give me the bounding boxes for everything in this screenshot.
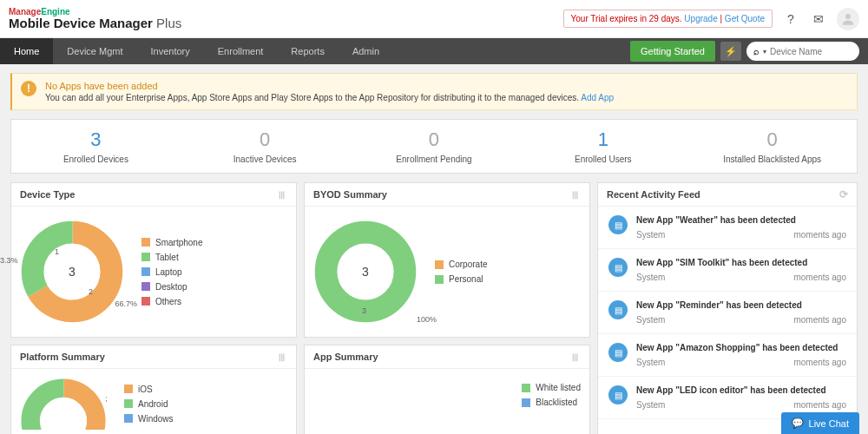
swatch bbox=[522, 398, 530, 407]
chat-icon: 💬 bbox=[792, 418, 804, 429]
stat-enrollment-pending[interactable]: 0Enrollment Pending bbox=[350, 120, 519, 173]
nav-device-mgmt[interactable]: Device Mgmt bbox=[53, 38, 136, 64]
device-type-chart: 3 33.3% 66.7% 1 2 bbox=[20, 220, 124, 324]
legend: Corporate Personal bbox=[435, 260, 487, 284]
live-chat-button[interactable]: 💬 Live Chat bbox=[781, 412, 859, 434]
nav-enrollment[interactable]: Enrollment bbox=[204, 38, 278, 64]
legend-item[interactable]: Smartphone bbox=[141, 238, 202, 247]
legend-item[interactable]: Desktop bbox=[141, 282, 202, 292]
nav-inventory[interactable]: Inventory bbox=[137, 38, 204, 64]
main-nav: Home Device Mgmt Inventory Enrollment Re… bbox=[0, 38, 868, 64]
swatch bbox=[124, 385, 133, 393]
panel-byod-summary: BYOD Summary⫼ 3 100% 3 Corporate Persona… bbox=[304, 182, 590, 338]
swatch bbox=[435, 260, 444, 269]
avatar[interactable] bbox=[837, 8, 859, 30]
product-name: Mobile Device Manager bbox=[9, 16, 153, 30]
chart-toggle-icon[interactable]: ⫼ bbox=[277, 188, 287, 201]
seg-label: 66.7% bbox=[115, 299, 137, 308]
feed-item[interactable]: ▤New App "SIM Toolkit" has been detected… bbox=[598, 249, 857, 292]
swatch bbox=[141, 238, 150, 247]
refresh-icon[interactable]: ⟳ bbox=[839, 188, 848, 201]
top-bar: ManageEngine Mobile Device Manager Plus … bbox=[0, 0, 868, 38]
feed-item[interactable]: ▤New App "Weather" has been detectedSyst… bbox=[598, 207, 857, 249]
legend-item[interactable]: Android bbox=[124, 399, 174, 409]
nav-admin[interactable]: Admin bbox=[339, 38, 393, 64]
stat-enrolled-users[interactable]: 1Enrolled Users bbox=[518, 120, 687, 173]
legend-item[interactable]: Others bbox=[141, 297, 202, 306]
legend: White listed Blacklisted bbox=[522, 383, 581, 407]
swatch bbox=[141, 282, 150, 291]
app-icon: ▤ bbox=[608, 385, 628, 404]
add-app-link[interactable]: Add App bbox=[581, 93, 614, 102]
nav-home[interactable]: Home bbox=[0, 38, 53, 64]
notice-body: You can add all your Enterprise Apps, Ap… bbox=[45, 93, 579, 102]
getting-started-button[interactable]: Getting Started bbox=[630, 41, 715, 62]
platform-chart: 33.3% bbox=[20, 378, 107, 430]
legend: Smartphone Tablet Laptop Desktop Others bbox=[141, 238, 202, 306]
get-quote-link[interactable]: Get Quote bbox=[725, 14, 765, 23]
panel-app-summary: App Summary⫼ White listed Blacklisted bbox=[304, 345, 590, 434]
swatch bbox=[522, 384, 530, 392]
feed-item[interactable]: ▤New App "Reminder" has been detectedSys… bbox=[598, 292, 857, 334]
swatch bbox=[141, 253, 150, 261]
panel-activity-feed: Recent Activity Feed⟳ ▤New App "Weather"… bbox=[597, 182, 858, 434]
legend: iOS Android Windows bbox=[124, 385, 174, 424]
legend-item[interactable]: iOS bbox=[124, 385, 174, 394]
mail-icon[interactable]: ✉ bbox=[809, 10, 828, 29]
feed-list: ▤New App "Weather" has been detectedSyst… bbox=[598, 207, 857, 419]
seg-num: 2 bbox=[89, 287, 93, 296]
product-suffix: Plus bbox=[156, 16, 181, 30]
chevron-down-icon[interactable]: ▾ bbox=[763, 48, 766, 56]
app-icon: ▤ bbox=[608, 343, 628, 362]
stat-enrolled-devices[interactable]: 3Enrolled Devices bbox=[11, 120, 181, 173]
chart-toggle-icon[interactable]: ⫼ bbox=[277, 351, 287, 363]
trial-text: Your Trial expires in 29 days. bbox=[571, 14, 682, 23]
nav-reports[interactable]: Reports bbox=[277, 38, 339, 64]
bolt-icon[interactable]: ⚡ bbox=[720, 42, 741, 61]
seg-label: 33.3% bbox=[105, 395, 107, 404]
legend-item[interactable]: Corporate bbox=[435, 260, 487, 269]
seg-label: 100% bbox=[417, 315, 437, 324]
chart-toggle-icon[interactable]: ⫼ bbox=[570, 351, 581, 363]
brand: ManageEngine Mobile Device Manager Plus bbox=[9, 7, 181, 31]
swatch bbox=[124, 399, 133, 408]
chart-toggle-icon[interactable]: ⫼ bbox=[570, 188, 581, 201]
upgrade-link[interactable]: Upgrade bbox=[684, 14, 717, 23]
swatch bbox=[435, 275, 444, 284]
stat-blacklisted-apps[interactable]: 0Installed Blacklisted Apps bbox=[687, 120, 857, 173]
seg-num: 3 bbox=[362, 306, 366, 315]
seg-label: 33.3% bbox=[0, 256, 18, 265]
panel-device-type: Device Type⫼ 3 33.3% 66.7% 1 2 Smartphon… bbox=[10, 182, 297, 338]
legend-item[interactable]: Windows bbox=[124, 414, 174, 424]
search-input[interactable] bbox=[770, 47, 839, 56]
panel-platform-summary: Platform Summary⫼ 33.3% iOS Android Wind… bbox=[10, 345, 297, 434]
panel-title: BYOD Summary bbox=[313, 189, 387, 200]
swatch bbox=[124, 414, 133, 423]
byod-chart: 3 100% 3 bbox=[313, 220, 418, 324]
app-icon: ▤ bbox=[608, 300, 628, 319]
stats-bar: 3Enrolled Devices 0Inactive Devices 0Enr… bbox=[10, 119, 858, 174]
legend-item[interactable]: Laptop bbox=[141, 267, 202, 277]
legend-item[interactable]: White listed bbox=[522, 383, 581, 392]
seg-num: 1 bbox=[55, 247, 59, 256]
chart-center: 3 bbox=[20, 220, 124, 324]
search-wrap[interactable]: ⌕▾ bbox=[746, 42, 859, 61]
stat-inactive-devices[interactable]: 0Inactive Devices bbox=[181, 120, 350, 173]
warning-icon: ! bbox=[21, 81, 36, 96]
feed-item[interactable]: ▤New App "Amazon Shopping" has been dete… bbox=[598, 334, 857, 377]
app-icon: ▤ bbox=[608, 215, 628, 234]
svg-point-0 bbox=[845, 14, 851, 19]
notice-banner: ! No Apps have been added You can add al… bbox=[10, 73, 858, 110]
panel-title: Recent Activity Feed bbox=[607, 189, 700, 200]
swatch bbox=[141, 297, 150, 306]
search-icon: ⌕ bbox=[753, 46, 760, 56]
panel-title: Device Type bbox=[20, 189, 75, 200]
legend-item[interactable]: Personal bbox=[435, 274, 487, 284]
panel-title: App Summary bbox=[313, 352, 378, 362]
legend-item[interactable]: Blacklisted bbox=[522, 398, 581, 407]
swatch bbox=[141, 267, 150, 276]
notice-title: No Apps have been added bbox=[45, 81, 614, 91]
help-icon[interactable]: ? bbox=[781, 10, 800, 29]
legend-item[interactable]: Tablet bbox=[141, 253, 202, 262]
app-icon: ▤ bbox=[608, 258, 628, 277]
